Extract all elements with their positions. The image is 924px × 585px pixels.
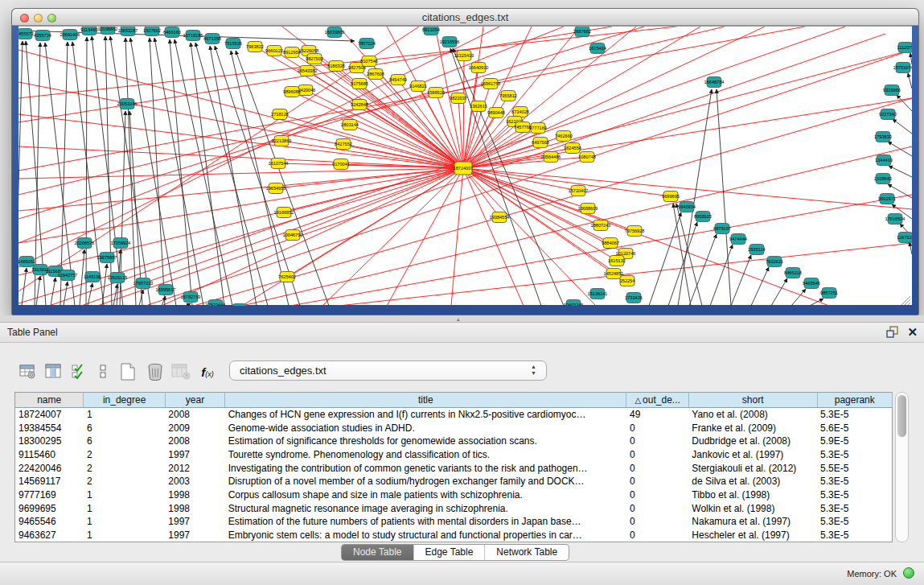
graph-node[interactable]: 1624554 (564, 143, 581, 154)
delete-table-button[interactable] (146, 362, 165, 381)
graph-node[interactable]: 16648784 (704, 77, 725, 88)
graph-node[interactable]: 8186328 (327, 61, 345, 72)
graph-node[interactable]: 6497568 (532, 138, 549, 148)
network-table-select[interactable]: citations_edges.txt ▲▼ (229, 360, 547, 381)
graph-node[interactable]: 1485051 (18, 257, 35, 267)
graph-node[interactable]: 1615132 (608, 256, 626, 266)
select-rows-button[interactable] (70, 362, 89, 381)
graph-node[interactable]: 9857251 (820, 288, 838, 299)
table-scrollbar[interactable] (895, 392, 909, 542)
graph-node[interactable]: 11325419 (454, 51, 474, 61)
column-header-in_degree[interactable]: in_degree (84, 393, 165, 408)
graph-node[interactable]: 17359924 (111, 238, 131, 249)
tab-node-table[interactable]: Node Table (342, 545, 414, 560)
graph-node[interactable]: 16782759 (181, 292, 201, 303)
table-settings-button[interactable] (18, 362, 38, 381)
graph-node[interactable]: 6466160 (163, 27, 181, 38)
graph-node[interactable]: 17016504 (885, 214, 906, 225)
column-header-out_de[interactable]: △out_de... (626, 393, 688, 408)
graph-node[interactable]: 7462660 (555, 131, 573, 142)
graph-node[interactable]: 15136141 (588, 289, 608, 299)
table-row[interactable]: 1456911722003Disruption of a novel membe… (15, 475, 893, 488)
graph-node[interactable]: 9896086 (283, 87, 301, 97)
graph-node[interactable]: 18724007 (454, 162, 474, 175)
row-height-button[interactable] (93, 362, 113, 381)
graph-node[interactable]: 9660123 (265, 46, 283, 56)
graph-node[interactable]: 9890448 (487, 108, 505, 118)
graph-node[interactable]: 1793833 (874, 132, 892, 142)
graph-node[interactable]: 7632621 (766, 257, 783, 267)
graph-node[interactable]: 19384554 (490, 212, 510, 223)
graph-node[interactable]: 16107544 (269, 159, 289, 169)
graph-node[interactable]: 16640910 (469, 63, 489, 73)
tab-edge-table[interactable]: Edge Table (414, 545, 486, 560)
table-row[interactable]: 1872400712008Changes of HCN gene express… (15, 408, 893, 422)
graph-node[interactable]: 19166852 (274, 208, 294, 218)
window-titlebar[interactable]: citations_edges.txt (12, 9, 918, 26)
graph-node[interactable]: 1080748 (578, 152, 596, 163)
graph-node[interactable]: 9692971 (878, 194, 896, 204)
graph-node[interactable]: 15751074 (893, 63, 912, 73)
graph-node[interactable]: 9822037 (450, 93, 467, 104)
graph-node[interactable]: 1527602 (143, 27, 161, 36)
graph-node[interactable]: 1112075 (897, 43, 912, 53)
show-columns-button[interactable] (44, 362, 64, 381)
graph-node[interactable]: 12213869 (272, 136, 292, 146)
graph-node[interactable]: 2803144 (341, 120, 359, 130)
graph-node[interactable]: 10653287 (118, 27, 138, 36)
close-panel-icon[interactable]: ✕ (907, 326, 918, 339)
graph-node[interactable]: 9699695 (662, 192, 680, 202)
graph-node[interactable]: 16995817 (156, 285, 176, 295)
graph-node[interactable]: 1733426 (625, 293, 643, 303)
graph-node[interactable]: 10046790 (283, 230, 303, 241)
graph-node[interactable]: 16961758 (481, 79, 501, 89)
table-row[interactable]: 1830029562008Estimation of significance … (15, 435, 893, 448)
graph-node[interactable]: 1588520 (427, 88, 445, 98)
tab-network-table[interactable]: Network Table (485, 545, 569, 560)
graph-node[interactable]: 15720407 (569, 186, 589, 196)
graph-node[interactable]: 20206576 (75, 238, 95, 249)
table-row[interactable]: 1938455462009Genome-wide association stu… (15, 421, 893, 435)
panel-splitter[interactable]: ▴ (0, 315, 924, 322)
graph-node[interactable]: 8427552 (335, 139, 352, 150)
column-header-title[interactable]: title (225, 393, 626, 408)
graph-node[interactable]: 20691406 (60, 30, 80, 40)
graph-node[interactable]: 19975887 (97, 253, 117, 263)
graph-node[interactable]: 252254 (620, 276, 635, 286)
graph-node[interactable]: 18807243 (591, 220, 611, 231)
graph-node[interactable]: 2718126 (271, 109, 289, 120)
table-row[interactable]: 946362711997Embryonic stem cells: a mode… (15, 529, 893, 542)
graph-node[interactable]: 10688609 (578, 204, 598, 214)
graph-node[interactable]: 8107546 (360, 56, 378, 67)
graph-node[interactable]: 10196862 (98, 27, 118, 35)
graph-node[interactable]: 8465318 (784, 268, 802, 278)
graph-node[interactable]: 2687682 (573, 27, 591, 37)
graph-node[interactable]: 1615424 (589, 43, 606, 54)
graph-node[interactable]: 7963822 (246, 42, 264, 52)
graph-node[interactable]: 7625402 (278, 272, 296, 282)
graph-node[interactable]: 9465546 (803, 278, 820, 289)
graph-node[interactable]: 19654955 (266, 183, 286, 194)
graph-node[interactable]: 9884067 (602, 238, 619, 249)
graph-node[interactable]: 2867608 (367, 69, 384, 80)
graph-node[interactable]: 9777169 (529, 123, 547, 134)
graph-node[interactable]: 12923446 (206, 300, 226, 307)
memory-ok-icon[interactable] (903, 567, 914, 579)
table-row[interactable]: 911546021997Tourette syndrome. Phenomeno… (15, 448, 893, 462)
graph-node[interactable]: 8958923 (694, 212, 712, 222)
graph-node[interactable]: 1362615 (470, 101, 487, 112)
graph-node[interactable]: 16543382 (298, 66, 318, 76)
table-row[interactable]: 969969511998Structural magnetic resonanc… (15, 501, 893, 515)
graph-node[interactable]: 9245012 (231, 304, 248, 307)
scrollbar-thumb[interactable] (897, 395, 906, 437)
graph-node[interactable]: 7857224 (358, 39, 376, 49)
graph-node[interactable]: 9474444 (729, 234, 747, 245)
graph-node[interactable]: 20564486 (541, 152, 561, 163)
graph-node[interactable]: 6879197 (713, 224, 731, 234)
graph-node[interactable]: 9175685 (351, 79, 368, 89)
column-header-pagerank[interactable]: pagerank (817, 393, 892, 408)
function-builder-button[interactable]: f(x) (198, 362, 217, 381)
graph-node[interactable]: 10403245 (564, 300, 584, 307)
network-canvas[interactable]: 9455572435572420691406911546010196862106… (18, 27, 912, 306)
graph-node[interactable]: 16033809 (325, 27, 345, 38)
